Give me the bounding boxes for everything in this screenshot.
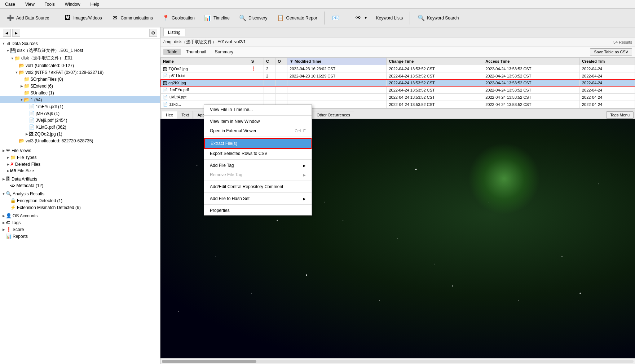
tree-item-score[interactable]: ▶ ❗ Score [0,226,160,233]
tree-item-file-views[interactable]: ▶ 👁 File Views [0,147,160,154]
toggle-folder1[interactable]: ▼ [19,98,24,102]
tab-table[interactable]: Table [163,49,181,55]
col-c[interactable]: C [264,58,275,65]
eye-button[interactable]: 👁 ▼ [351,12,371,24]
horizontal-scrollbar[interactable] [160,358,635,364]
menu-view[interactable]: View [23,1,37,8]
svg-point-13 [598,183,599,184]
col-access[interactable]: Access Time [483,58,580,65]
tags-menu-button[interactable]: Tags Menu [606,111,634,119]
context-view-new-window[interactable]: View Item in New Window [204,117,312,126]
keyword-lists-button[interactable]: Keyword Lists [373,14,406,22]
forward-button[interactable]: ▶ [12,29,20,37]
col-change[interactable]: Change Time [387,58,483,65]
context-view-timeline[interactable]: View File in Timeline... [204,105,312,114]
tree-item-1meyu[interactable]: ▶ 📄 1mEYu.pdf (1) [0,103,160,110]
context-export-csv[interactable]: Export Selected Rows to CSV [204,149,312,158]
table-row[interactable]: 🖼ZQOo2.jpg ❗ 2 2022-04-23 16:23:02 CST 2… [161,65,635,72]
toggle-tags[interactable]: ▶ [1,221,6,225]
context-add-file-tag[interactable]: Add File Tag ▶ [204,161,312,170]
tree-item-orphan[interactable]: ▶ 📁 $OrphanFiles (0) [0,76,160,83]
toggle-score[interactable]: ▶ [1,228,6,231]
tree-item-jmh7w[interactable]: ▶ 📄 jMH7w.js (1) [0,110,160,117]
tree-item-data-sources[interactable]: ▼ 🖥 Data Sources [0,40,160,47]
email-button[interactable]: 📧 [328,12,343,24]
tree-item-xlktg[interactable]: ▶ 📄 XLktG.pdf (362) [0,124,160,130]
col-created[interactable]: Created Tim [579,58,635,65]
toggle-vol2[interactable]: ▼ [14,71,19,74]
communications-button[interactable]: ✉ Communications [107,12,156,24]
tree-item-disk-host[interactable]: ▼ 💾 disk（选手取证文件）.E01_1 Host [0,47,160,54]
geolocation-button[interactable]: 📍 Geolocation [158,12,198,24]
context-add-hash-set[interactable]: Add File to Hash Set ▶ [204,194,312,203]
toggle-file-size[interactable]: ▶ [6,169,10,173]
tree-item-reports[interactable]: ▶ 📊 Reports [0,233,160,240]
toggle-file-types[interactable]: ▶ [6,156,10,159]
table-row[interactable]: 📄p81Hr.txt 2 2022-04-23 16:16:29 CST 202… [161,72,635,80]
discovery-button[interactable]: 🔍 Discovery [235,12,271,24]
tab-text[interactable]: Text [178,111,193,119]
tree-item-file-types[interactable]: ▶ 📁 File Types [0,154,160,161]
toggle-analysis-results[interactable]: ▼ [1,192,6,196]
add-data-source-button[interactable]: ➕ Add Data Source [3,12,52,24]
generate-report-button[interactable]: 📋 Generate Repor [273,12,321,24]
tree-item-deleted-files[interactable]: ▶ ✗ Deleted Files [0,161,160,168]
keyword-search-button[interactable]: 🔍 Keyword Search [414,12,462,24]
col-name[interactable]: Name [161,58,249,65]
tree-item-metadata[interactable]: ▶ </> Metadata (12) [0,182,160,189]
tree-item-tags[interactable]: ▶ 🏷 Tags [0,219,160,226]
col-s[interactable]: S [249,58,264,65]
tree-item-folder1[interactable]: ▼ 📂 1 (54) [0,96,160,103]
toggle-disk-e01[interactable]: ▼ [10,57,14,60]
listing-tab[interactable]: Listing [163,28,185,36]
scrollbar-track[interactable] [162,360,634,363]
toggle-data-sources[interactable]: ▼ [1,42,6,45]
menu-tools[interactable]: Tools [43,1,57,8]
tree-item-extend[interactable]: ▶ 📁 $Extend (6) [0,83,160,89]
back-button[interactable]: ◀ [3,29,11,37]
col-modified[interactable]: ▼ Modified Time [287,58,387,65]
col-o[interactable]: O [275,58,287,65]
images-videos-button[interactable]: 🖼 Images/Videos [60,12,105,24]
table-row[interactable]: 📄1mEYu.pdf 2022-04-24 13:53:52 CST 2022-… [161,86,635,94]
toggle-zqoo2[interactable]: ▶ [25,132,29,136]
scrollbar-thumb[interactable] [162,360,256,363]
tree-item-disk-e01[interactable]: ▼ 📁 disk（选手取证文件）.E01 [0,54,160,62]
context-add-edit-comment[interactable]: Add/Edit Central Repository Comment [204,182,312,191]
toggle-deleted[interactable]: ▶ [6,163,10,166]
context-open-external[interactable]: Open in External Viewer Ctrl+E [204,126,312,136]
tree-item-encryption[interactable]: ▶ 🔒 Encryption Detected (1) [0,197,160,204]
save-csv-button[interactable]: Save Table as CSV [590,48,632,56]
context-extract-files[interactable]: Extract File(s) [204,138,312,149]
context-remove-file-tag[interactable]: Remove File Tag ▶ [204,170,312,179]
context-properties[interactable]: Properties [204,206,312,215]
tree-item-vol3[interactable]: ▶ 📂 vol3 (Unallocated: 622720-628735) [0,137,160,144]
tab-other-occurrences[interactable]: Other Occurrences [313,111,354,119]
tree-item-analysis-results[interactable]: ▼ 🔍 Analysis Results [0,190,160,197]
toggle-data-artifacts[interactable]: ▶ [1,177,6,181]
menu-help[interactable]: Help [88,1,102,8]
tab-summary[interactable]: Summary [211,49,237,55]
tab-thumbnail[interactable]: Thumbnail [182,49,210,55]
tree-item-data-artifacts[interactable]: ▶ 🗄 Data Artifacts [0,176,160,182]
table-row[interactable]: 🖼eg2kX.jpg 2022-04-24 13:53:52 CST 2022-… [161,80,635,86]
toggle-os-accounts[interactable]: ▶ [1,214,6,218]
tree-item-extension-mismatch[interactable]: ▶ ⚡ Extension Mismatch Detected (6) [0,204,160,211]
menu-window[interactable]: Window [63,1,83,8]
tree-item-unalloc[interactable]: ▶ 📁 $Unalloc (1) [0,89,160,96]
settings-button[interactable]: ⚙ [149,29,157,37]
table-row[interactable]: 📄uVLt4.ppt 2022-04-24 13:53:52 CST 2022-… [161,94,635,101]
toggle-extend[interactable]: ▶ [19,84,24,88]
tab-hex[interactable]: Hex [162,111,177,119]
toggle-disk-host[interactable]: ▼ [6,49,10,53]
tree-item-os-accounts[interactable]: ▶ 👤 OS Accounts [0,212,160,219]
datasources-icon: 🖥 [6,41,10,46]
tree-item-file-size[interactable]: ▶ MB File Size [0,168,160,174]
tree-item-vol2[interactable]: ▼ 📂 vol2 (NTFS / exFAT (0x07): 128-62271… [0,69,160,76]
toggle-file-views[interactable]: ▶ [1,149,6,152]
tree-item-zqoo2[interactable]: ▶ 🖼 ZQOo2.jpg (1) [0,130,160,137]
timeline-button[interactable]: 📊 Timeline [200,12,233,24]
menu-case[interactable]: Case [3,1,17,8]
tree-item-vol1[interactable]: ▶ 📂 vol1 (Unallocated: 0-127) [0,62,160,69]
tree-item-jvej9[interactable]: ▶ 📄 JVej9.pdf (2454) [0,117,160,124]
